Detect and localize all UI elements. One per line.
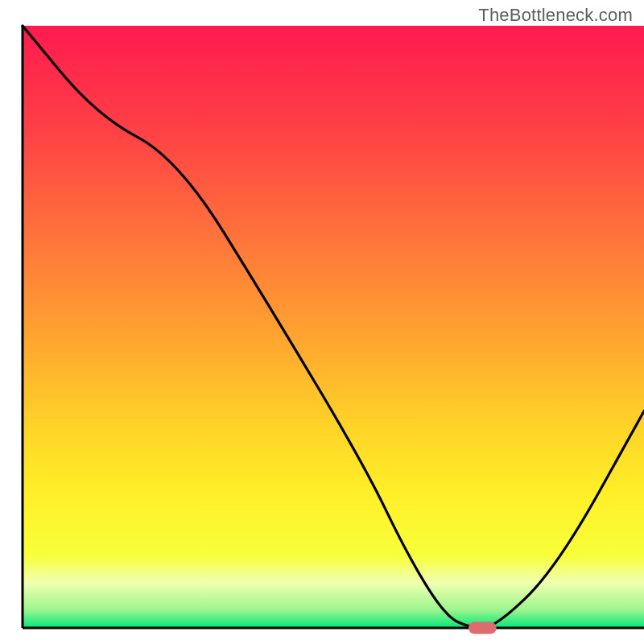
min-marker: [469, 622, 497, 634]
watermark-text: TheBottleneck.com: [478, 5, 633, 26]
chart-svg: [0, 0, 644, 644]
plot-background: [23, 26, 644, 628]
